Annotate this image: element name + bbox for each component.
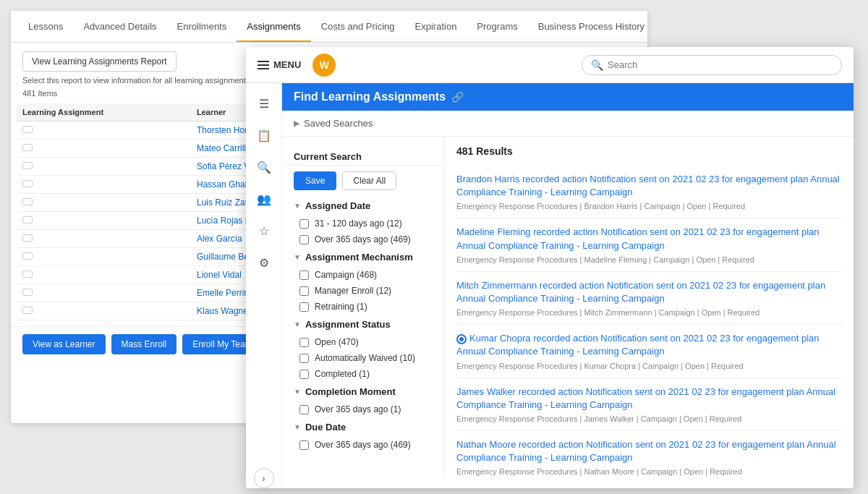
assigned-date-section[interactable]: ▼ Assigned Date — [282, 196, 444, 216]
page-title: Find Learning Assignments — [294, 90, 446, 103]
find-learning-assignments-panel: MENU W 🔍 ☰ 📋 🔍 👥 ☆ ⚙ › Find Learning Ass… — [246, 47, 854, 488]
result-title: Brandon Harris recorded action Notificat… — [456, 173, 842, 199]
filter-over-365-assigned[interactable]: Over 365 days ago (469) — [282, 231, 444, 247]
result-item[interactable]: Madeline Fleming recorded action Notific… — [456, 218, 842, 271]
result-tags: Emergency Response Procedures | Kumar Ch… — [456, 362, 842, 370]
filter-auto-waived-checkbox[interactable] — [299, 354, 309, 363]
tab-expiration[interactable]: Expiration — [405, 12, 467, 42]
result-item[interactable]: Kumar Chopra recorded action Notificatio… — [456, 325, 842, 378]
row-icon — [17, 230, 191, 248]
sidebar-icon-document[interactable]: 📋 — [251, 122, 277, 148]
view-report-button[interactable]: View Learning Assignments Report — [22, 51, 176, 72]
filter-open[interactable]: Open (470) — [282, 334, 444, 350]
results-count: 481 Results — [456, 145, 842, 157]
search-buttons: Save Clear All — [282, 166, 444, 196]
hamburger-icon — [258, 61, 269, 69]
filter-completed-checkbox[interactable] — [299, 370, 309, 379]
result-tags: Emergency Response Procedures | Madeline… — [456, 255, 842, 264]
filter-retraining[interactable]: Retraining (1) — [282, 299, 444, 315]
tab-costs-pricing[interactable]: Costs and Pricing — [311, 12, 405, 42]
result-title: Mitch Zimmermann recorded action Notific… — [456, 279, 842, 305]
filter-due-over-365-label: Over 365 days ago (469) — [315, 440, 411, 450]
filter-open-checkbox[interactable] — [299, 338, 309, 347]
result-item[interactable]: James Walker recorded action Notificatio… — [456, 378, 842, 431]
filter-due-over-365-checkbox[interactable] — [299, 440, 309, 450]
sidebar-icon-favorites[interactable]: ☆ — [251, 218, 277, 244]
completion-moment-section[interactable]: ▼ Completion Moment — [282, 382, 444, 401]
top-nav: MENU W 🔍 — [246, 47, 854, 83]
tab-programs[interactable]: Programs — [467, 12, 527, 42]
tab-business-process-history[interactable]: Business Process History — [528, 12, 647, 42]
filter-due-over-365[interactable]: Over 365 days ago (469) — [282, 437, 444, 453]
row-icon — [17, 176, 191, 194]
filter-campaign-checkbox[interactable] — [299, 271, 309, 280]
filter-completed[interactable]: Completed (1) — [282, 366, 444, 382]
filter-31-120-days-checkbox[interactable] — [299, 219, 309, 229]
due-date-section[interactable]: ▼ Due Date — [282, 417, 444, 437]
radio-selected-icon — [456, 334, 467, 344]
filter-retraining-label: Retraining (1) — [315, 302, 367, 312]
filter-campaign-label: Campaign (468) — [315, 270, 377, 280]
row-icon — [17, 122, 191, 140]
saved-searches-row[interactable]: ▶ Saved Searches — [282, 111, 854, 137]
clear-search-button[interactable]: Clear All — [342, 171, 396, 190]
due-date-label: Due Date — [305, 422, 346, 433]
scroll-forward-button[interactable]: › — [254, 468, 274, 488]
global-search-bar[interactable]: 🔍 — [582, 55, 842, 75]
filter-over-365-assigned-checkbox[interactable] — [299, 235, 309, 244]
filter-campaign[interactable]: Campaign (468) — [282, 267, 444, 283]
sidebar-icon-settings[interactable]: ⚙ — [251, 250, 277, 276]
view-as-learner-button[interactable]: View as Learner — [22, 334, 106, 354]
filter-manager-enroll-checkbox[interactable] — [299, 286, 309, 296]
results-panel: 481 Results Brandon Harris recorded acti… — [445, 137, 854, 477]
tab-lessons[interactable]: Lessons — [18, 12, 73, 42]
result-title: Madeline Fleming recorded action Notific… — [456, 226, 842, 252]
result-tags: Emergency Response Procedures | Nathan M… — [456, 467, 842, 476]
row-icon — [17, 248, 191, 266]
assignment-status-label: Assignment Status — [305, 319, 391, 330]
filter-auto-waived[interactable]: Automatically Waived (10) — [282, 350, 444, 366]
row-icon — [17, 284, 191, 302]
assignment-mechanism-section[interactable]: ▼ Assignment Mechanism — [282, 247, 444, 267]
sidebar-icon-home[interactable]: ☰ — [251, 90, 277, 116]
results-list: Brandon Harris recorded action Notificat… — [456, 166, 842, 477]
result-title: Nathan Moore recorded action Notificatio… — [456, 438, 842, 464]
save-search-button[interactable]: Save — [294, 171, 336, 190]
current-search-label: Current Search — [282, 145, 444, 166]
result-item[interactable]: Nathan Moore recorded action Notificatio… — [456, 431, 842, 477]
search-icon: 🔍 — [591, 59, 603, 71]
filter-open-label: Open (470) — [315, 337, 359, 347]
sidebar-icon-search[interactable]: 🔍 — [251, 154, 277, 180]
sidebar: ☰ 📋 🔍 👥 ☆ ⚙ › — [246, 83, 282, 488]
assigned-date-label: Assigned Date — [305, 200, 370, 211]
link-icon: 🔗 — [451, 91, 464, 103]
filter-completed-label: Completed (1) — [315, 369, 370, 379]
filter-manager-enroll[interactable]: Manager Enroll (12) — [282, 283, 444, 299]
result-title: James Walker recorded action Notificatio… — [456, 386, 842, 412]
result-title: Kumar Chopra recorded action Notificatio… — [456, 332, 842, 358]
col-header-assignment: Learning Assignment — [17, 103, 191, 122]
row-icon — [17, 212, 191, 230]
sidebar-icon-people[interactable]: 👥 — [251, 186, 277, 212]
filter-completion-over-365[interactable]: Over 365 days ago (1) — [282, 401, 444, 417]
result-tags: Emergency Response Procedures | James Wa… — [456, 414, 842, 423]
row-icon — [17, 302, 191, 320]
filter-31-120-days[interactable]: 31 - 120 days ago (12) — [282, 216, 444, 231]
filter-retraining-checkbox[interactable] — [299, 302, 309, 312]
result-item[interactable]: Mitch Zimmermann recorded action Notific… — [456, 272, 842, 325]
menu-button[interactable]: MENU — [258, 59, 301, 70]
mass-enroll-button[interactable]: Mass Enroll — [111, 334, 177, 354]
tab-assignments[interactable]: Assignments — [237, 12, 310, 42]
tab-bar: Lessons Advanced Details Enrollments Ass… — [11, 11, 647, 43]
filter-manager-enroll-label: Manager Enroll (12) — [315, 286, 391, 296]
search-input[interactable] — [608, 59, 833, 70]
assignment-status-section[interactable]: ▼ Assignment Status — [282, 315, 444, 334]
tab-advanced-details[interactable]: Advanced Details — [73, 12, 166, 42]
result-item[interactable]: Brandon Harris recorded action Notificat… — [456, 166, 842, 218]
filter-31-120-days-label: 31 - 120 days ago (12) — [315, 218, 402, 229]
menu-label: MENU — [273, 59, 301, 70]
filter-completion-over-365-checkbox[interactable] — [299, 405, 309, 414]
row-icon — [17, 194, 191, 212]
workday-logo: W — [312, 54, 336, 77]
tab-enrollments[interactable]: Enrollments — [167, 12, 237, 42]
